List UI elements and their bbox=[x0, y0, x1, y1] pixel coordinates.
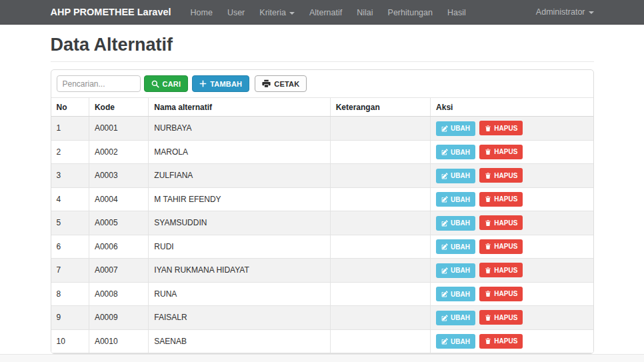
hapus-button[interactable]: HAPUS bbox=[479, 192, 523, 207]
user-menu-label: Administrator bbox=[536, 7, 585, 17]
ubah-button[interactable]: UBAH bbox=[436, 334, 475, 349]
nav-links: Home User Kriteria Alternatif Nilai Perh… bbox=[183, 6, 473, 18]
cell-nama: RUNA bbox=[149, 282, 330, 306]
cari-button[interactable]: CARI bbox=[144, 75, 189, 92]
nav-item-home[interactable]: Home bbox=[183, 8, 220, 17]
ubah-button-label: UBAH bbox=[451, 314, 470, 321]
hapus-button-label: HAPUS bbox=[494, 172, 517, 179]
hapus-button[interactable]: HAPUS bbox=[479, 239, 523, 254]
cell-aksi: UBAH HAPUS bbox=[431, 117, 593, 141]
hapus-button-label: HAPUS bbox=[494, 314, 517, 321]
cell-kode: A0001 bbox=[89, 117, 148, 141]
ubah-button[interactable]: UBAH bbox=[436, 287, 475, 301]
hapus-button[interactable]: HAPUS bbox=[479, 145, 523, 159]
hapus-button[interactable]: HAPUS bbox=[479, 263, 523, 277]
search-input[interactable] bbox=[57, 75, 141, 92]
cell-keterangan bbox=[330, 187, 430, 211]
alternatif-table: No Kode Nama alternatif Keterangan Aksi … bbox=[51, 97, 593, 353]
hapus-button-label: HAPUS bbox=[494, 148, 517, 155]
cell-no: 10 bbox=[51, 329, 89, 353]
ubah-button-label: UBAH bbox=[451, 172, 470, 179]
cell-keterangan bbox=[330, 259, 430, 283]
ubah-button-label: UBAH bbox=[451, 219, 470, 227]
table-row: 4 A0004 M TAHIR EFENDY UBAH HAPUS bbox=[51, 187, 593, 211]
cell-no: 8 bbox=[51, 282, 89, 306]
hapus-button[interactable]: HAPUS bbox=[479, 334, 523, 349]
nav-item-user[interactable]: User bbox=[220, 8, 252, 17]
hapus-button-label: HAPUS bbox=[494, 243, 517, 250]
edit-icon bbox=[441, 267, 448, 274]
cell-keterangan bbox=[330, 140, 430, 164]
cell-no: 6 bbox=[51, 235, 89, 259]
cell-aksi: UBAH HAPUS bbox=[431, 235, 593, 259]
edit-icon bbox=[441, 243, 448, 250]
hapus-button[interactable]: HAPUS bbox=[479, 287, 523, 301]
header-nama: Nama alternatif bbox=[149, 98, 330, 117]
chevron-down-icon bbox=[289, 12, 295, 15]
cetak-button[interactable]: CETAK bbox=[255, 75, 307, 92]
ubah-button[interactable]: UBAH bbox=[436, 145, 475, 159]
hapus-button-label: HAPUS bbox=[494, 267, 517, 274]
cell-kode: A0007 bbox=[89, 259, 148, 283]
ubah-button[interactable]: UBAH bbox=[436, 192, 475, 207]
ubah-button[interactable]: UBAH bbox=[436, 311, 475, 325]
toolbar: CARI TAMBAH CETAK bbox=[51, 70, 593, 97]
hapus-button-label: HAPUS bbox=[494, 219, 517, 227]
edit-icon bbox=[441, 220, 448, 227]
cetak-button-label: CETAK bbox=[274, 80, 299, 88]
hapus-button[interactable]: HAPUS bbox=[479, 168, 523, 183]
nav-item-nilai[interactable]: Nilai bbox=[349, 8, 380, 17]
cell-no: 1 bbox=[51, 117, 89, 141]
ubah-button[interactable]: UBAH bbox=[436, 169, 475, 183]
ubah-button[interactable]: UBAH bbox=[436, 121, 475, 136]
header-keterangan: Keterangan bbox=[330, 98, 430, 117]
cell-no: 9 bbox=[51, 306, 89, 330]
edit-icon bbox=[441, 338, 448, 345]
search-icon bbox=[151, 80, 159, 88]
nav-item-alternatif[interactable]: Alternatif bbox=[302, 8, 349, 17]
cell-aksi: UBAH HAPUS bbox=[431, 306, 593, 330]
brand-link[interactable]: AHP PROMETHEE Laravel bbox=[51, 7, 171, 17]
trash-icon bbox=[485, 125, 491, 132]
nav-item-hasil[interactable]: Hasil bbox=[440, 8, 473, 17]
hapus-button[interactable]: HAPUS bbox=[479, 215, 523, 230]
ubah-button[interactable]: UBAH bbox=[436, 239, 475, 254]
cell-nama: MAROLA bbox=[149, 140, 330, 164]
cell-kode: A0008 bbox=[89, 282, 148, 306]
page-title: Data Alternatif bbox=[51, 35, 594, 55]
cell-keterangan bbox=[330, 306, 430, 330]
data-card: CARI TAMBAH CETAK bbox=[51, 69, 594, 354]
nav-item-kriteria-dropdown[interactable]: Kriteria bbox=[252, 8, 302, 17]
ubah-button-label: UBAH bbox=[451, 267, 470, 274]
trash-icon bbox=[485, 337, 491, 345]
hapus-button-label: HAPUS bbox=[494, 290, 517, 297]
ubah-button[interactable]: UBAH bbox=[436, 263, 475, 278]
edit-icon bbox=[441, 149, 448, 155]
tambah-button[interactable]: TAMBAH bbox=[192, 75, 249, 92]
user-menu-dropdown[interactable]: Administrator bbox=[536, 7, 594, 17]
table-row: 2 A0002 MAROLA UBAH HAPUS bbox=[51, 140, 593, 164]
nav-item-perhitungan[interactable]: Perhitungan bbox=[381, 8, 440, 17]
ubah-button-label: UBAH bbox=[451, 338, 470, 345]
trash-icon bbox=[485, 148, 491, 155]
hapus-button[interactable]: HAPUS bbox=[479, 121, 523, 135]
table-body: 1 A0001 NURBAYA UBAH HAPUS 2 A0002 MAROL… bbox=[51, 117, 593, 353]
trash-icon bbox=[485, 267, 491, 274]
edit-icon bbox=[441, 196, 448, 203]
hapus-button-label: HAPUS bbox=[494, 195, 517, 203]
cell-keterangan bbox=[330, 329, 430, 353]
cell-keterangan bbox=[330, 282, 430, 306]
table-row: 7 A0007 IYAN RUKMANA HIDAYAT UBAH HAPUS bbox=[51, 259, 593, 283]
ubah-button[interactable]: UBAH bbox=[436, 216, 475, 231]
cell-nama: FAISALR bbox=[149, 306, 330, 330]
cell-kode: A0006 bbox=[89, 235, 148, 259]
cell-keterangan bbox=[330, 164, 430, 188]
main-content: Data Alternatif CARI TAMBAH bbox=[0, 25, 644, 354]
ubah-button-label: UBAH bbox=[451, 125, 470, 132]
cell-nama: SYAMSUDDIN bbox=[149, 211, 330, 235]
cell-kode: A0010 bbox=[89, 329, 148, 353]
navbar: AHP PROMETHEE Laravel Home User Kriteria… bbox=[0, 0, 644, 25]
hapus-button[interactable]: HAPUS bbox=[479, 310, 523, 325]
edit-icon bbox=[441, 315, 448, 321]
ubah-button-label: UBAH bbox=[451, 196, 470, 203]
